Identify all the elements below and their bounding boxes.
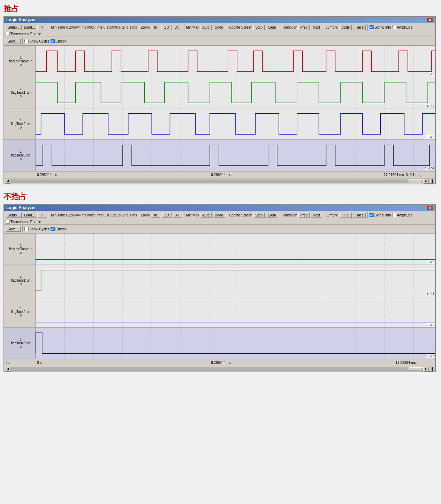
section2-title: 不抢占: [3, 191, 438, 202]
scroll-left-btn-2[interactable]: ◀: [5, 367, 10, 372]
scroll-track-2[interactable]: [11, 367, 423, 371]
signal-canvas-2-1: 1, 4:1: [36, 265, 435, 296]
val-maxtime-2: 0.105291 s: [104, 213, 121, 217]
next-btn-2[interactable]: Next: [311, 213, 322, 218]
setup-btn-1[interactable]: Setup...: [6, 25, 22, 30]
label-updatescreen-2: Update Screen: [229, 213, 252, 217]
scrollbar-1[interactable]: ◀ ▶ ▐: [4, 178, 435, 184]
label-showcycles-1: Show Cycles: [29, 39, 50, 43]
scroll-right-btn-2[interactable]: ▶: [423, 367, 429, 372]
undo-btn-2[interactable]: Undo: [213, 213, 225, 218]
signal-value-1-1: 1, 4:0: [426, 104, 434, 107]
signals-container-1: 1 flagIdleTaskrun 0: [4, 46, 435, 171]
val-grid-1: 1 ms: [129, 25, 137, 29]
zoom-in-btn-1[interactable]: In: [151, 25, 160, 30]
signal-label-1-0: 1 flagIdleTaskrun 0: [4, 46, 36, 77]
signal-label-2-3: 1 flagTask3run 0: [4, 328, 36, 359]
trace-btn-2[interactable]: Trace: [353, 213, 366, 218]
code-btn-2[interactable]: Code: [339, 213, 352, 218]
close-btn-1[interactable]: ✕: [427, 18, 433, 22]
label-amplitude-2: Amplitude: [397, 213, 412, 217]
scroll-thumb-2[interactable]: [409, 367, 423, 371]
signals-container-2: 1 flagIdleTaskrun 0: [4, 234, 435, 359]
clear-btn-1[interactable]: Clear: [266, 25, 278, 30]
undo-btn-1[interactable]: Undo: [213, 25, 225, 30]
toolbar-1b: Save... Show Cycles Cursor: [4, 37, 435, 46]
prev-btn-2[interactable]: Prev: [298, 213, 310, 218]
signal-row-2-3: 1 flagTask3run 0: [4, 328, 435, 359]
toolbar-2: Setup... Load... ? Min Time 0.296944 ms …: [4, 211, 435, 225]
save-btn-1[interactable]: Save...: [6, 39, 21, 44]
label-updatescreen-1: Update Screen: [229, 25, 252, 29]
cb-amplitude-1[interactable]: [392, 25, 396, 29]
zoom-all-btn-1[interactable]: All: [173, 25, 182, 30]
zoom-all-btn-2[interactable]: All: [173, 213, 182, 218]
clear-btn-2[interactable]: Clear: [266, 213, 278, 218]
save-btn-2[interactable]: Save...: [6, 227, 21, 232]
signal-canvas-2-3: 0, 4:0: [36, 328, 435, 359]
signal-row-2-1: 1 flagTask1run 0: [4, 265, 435, 296]
signal-value-1-0: 0, 4:0: [426, 72, 434, 76]
label-maxtime-2: Max Time: [87, 213, 102, 217]
question-btn-2[interactable]: ?: [37, 213, 47, 218]
titlebar-2: Logic Analyzer ✕: [4, 205, 435, 211]
signal-canvas-2-2: 0, 4:0: [36, 296, 435, 327]
zoom-out-btn-2[interactable]: Out: [161, 213, 171, 218]
label-transition-1: Transition: [282, 25, 297, 29]
cb-cursor-2[interactable]: [51, 227, 55, 231]
signal-value-1-3: 0, 4:0†: [425, 167, 434, 170]
signal-canvas-1-3: 0, 4:0†: [36, 140, 435, 171]
signal-row-2-0: 1 flagIdleTaskrun 0: [4, 234, 435, 265]
zoom-in-btn-2[interactable]: In: [151, 213, 160, 218]
scroll-end-btn-1[interactable]: ▐: [429, 179, 434, 184]
close-btn-2[interactable]: ✕: [427, 206, 433, 210]
label-minmax-1: Min/Max: [186, 25, 199, 29]
scrollbar-2[interactable]: ◀ ▶ ▐: [4, 366, 435, 372]
titlebar-2-label: Logic Analyzer: [6, 205, 36, 210]
scroll-right-btn-1[interactable]: ▶: [423, 179, 429, 184]
logic-analyzer-2: Logic Analyzer ✕ Setup... Load... ? Min …: [3, 204, 436, 372]
scroll-thumb-1[interactable]: [409, 180, 423, 183]
stop-btn-1[interactable]: Stop: [253, 25, 265, 30]
cb-timestamps-2[interactable]: [6, 220, 10, 224]
signal-label-2-2: 1 flagTask2run 0: [4, 296, 36, 327]
auto-btn-2[interactable]: Auto: [200, 213, 212, 218]
time-right-1: 17.91694 ms, 0: 0.1 ms;: [384, 173, 421, 177]
auto-btn-1[interactable]: Auto: [200, 25, 212, 30]
cb-showcycles-1[interactable]: [24, 39, 29, 43]
scroll-left-btn-1[interactable]: ◀: [5, 179, 10, 184]
scroll-end-btn-2[interactable]: ▐: [429, 367, 434, 372]
scroll-track-1[interactable]: [11, 180, 423, 183]
next-btn-1[interactable]: Next: [311, 25, 322, 30]
label-minmax-2: Min/Max: [186, 213, 199, 217]
code-btn-1[interactable]: Code: [339, 25, 352, 30]
label-maxtime-1: Max Time: [87, 25, 102, 29]
titlebar-1-label: Logic Analyzer: [6, 17, 36, 22]
cb-signalinfo-1[interactable]: [370, 25, 374, 29]
cb-amplitude-2[interactable]: [392, 213, 396, 217]
signal-label-1-2: 1 flagTask2run 0: [4, 108, 36, 139]
time-left-1: 0.296944 ms: [37, 173, 57, 177]
signal-row-2-2: 1 flagTask2run 0: [4, 296, 435, 328]
question-btn-1[interactable]: ?: [37, 25, 47, 30]
toolbar-1: Setup... Load... ? Min Time 0.296944 ms …: [4, 23, 435, 37]
zoom-out-btn-1[interactable]: Out: [161, 25, 171, 30]
signal-label-1-3: 1 flagTask3run 0: [4, 140, 36, 171]
time-zero-2: 0 s: [6, 361, 10, 365]
cb-timestamps-1[interactable]: [6, 32, 10, 36]
cb-signalinfo-2[interactable]: [370, 213, 374, 217]
cb-showcycles-2[interactable]: [24, 227, 29, 231]
label-cursor-1: Cursor: [55, 39, 66, 43]
trace-btn-1[interactable]: Trace: [353, 25, 366, 30]
label-timestamps-1: Timestamps Enable: [10, 32, 41, 36]
setup-btn-2[interactable]: Setup...: [6, 213, 22, 218]
val-grid-2: 1 ms: [129, 213, 137, 217]
load-btn-1[interactable]: Load...: [22, 25, 37, 30]
prev-btn-1[interactable]: Prev: [298, 25, 310, 30]
signal-value-2-3: 0, 4:0: [426, 354, 434, 358]
cb-cursor-1[interactable]: [51, 39, 55, 43]
label-jumpto-2: Jump to: [326, 213, 339, 217]
stop-btn-2[interactable]: Stop: [253, 213, 265, 218]
label-showcycles-2: Show Cycles: [29, 227, 50, 231]
load-btn-2[interactable]: Load...: [22, 213, 37, 218]
